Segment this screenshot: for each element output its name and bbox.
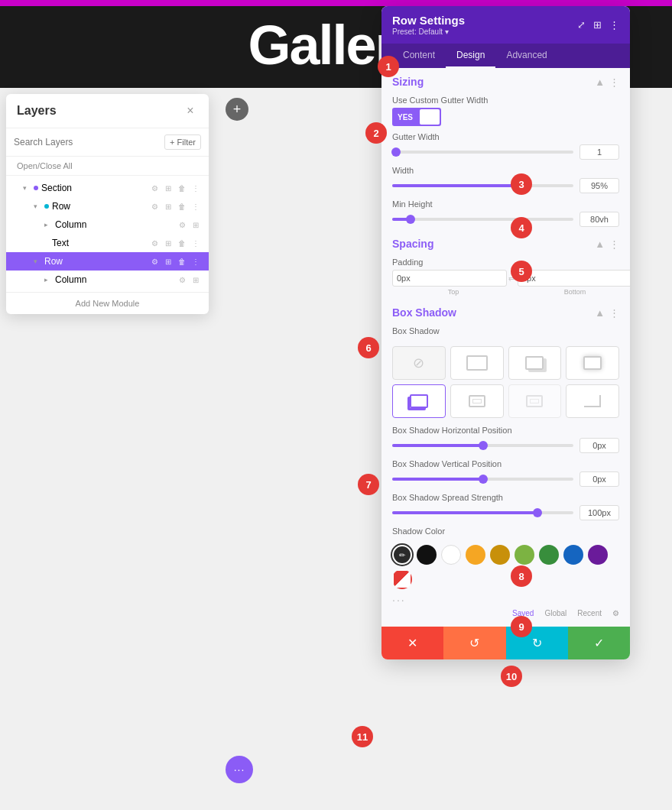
cancel-button[interactable]: ✕ xyxy=(381,627,443,659)
delete-icon[interactable]: 🗑 xyxy=(177,183,187,193)
layer-item-text[interactable]: Text ⚙ ⊞ 🗑 ⋮ xyxy=(6,234,209,252)
gutter-width-value[interactable]: 1 xyxy=(579,144,619,160)
bs-none-option[interactable]: ⊘ xyxy=(392,346,446,380)
bs-spread-slider[interactable] xyxy=(392,511,573,514)
more-icon[interactable]: ⋮ xyxy=(609,19,619,31)
bs-vertical-slider[interactable] xyxy=(392,478,573,481)
tab-advanced[interactable]: Advanced xyxy=(495,44,557,68)
min-height-value[interactable]: 80vh xyxy=(579,212,619,227)
color-swatch-white[interactable] xyxy=(441,545,461,565)
layers-filter-button[interactable]: + Filter xyxy=(164,134,201,150)
collapse-icon[interactable]: ▲ xyxy=(595,307,605,319)
slider-thumb[interactable] xyxy=(479,475,488,484)
more-options-button[interactable]: ··· xyxy=(226,756,253,783)
custom-gutter-toggle[interactable]: YES xyxy=(392,108,441,126)
bs-vertical-label: Box Shadow Vertical Position xyxy=(392,459,619,468)
row-settings-header-icons: ⤢ ⊞ ⋮ xyxy=(577,19,619,31)
gutter-width-slider[interactable] xyxy=(392,151,573,154)
settings-icon[interactable]: ⚙ xyxy=(149,201,160,212)
bs-inner2-option[interactable] xyxy=(508,384,562,418)
color-swatch-black[interactable] xyxy=(417,545,437,565)
min-height-label: Min Height xyxy=(392,199,619,209)
add-button[interactable]: + xyxy=(226,98,248,121)
tab-design[interactable]: Design xyxy=(446,44,495,68)
layers-search-input[interactable] xyxy=(14,137,160,147)
bs-spread-value[interactable]: 100px xyxy=(579,505,619,520)
fullscreen-icon[interactable]: ⤢ xyxy=(577,19,586,31)
section-more-icon[interactable]: ⋮ xyxy=(609,76,619,88)
toggle-handle[interactable] xyxy=(420,109,440,125)
bs-vertical-value[interactable]: 0px xyxy=(579,471,619,487)
undo-button[interactable]: ↺ xyxy=(443,627,505,659)
padding-bottom-input[interactable] xyxy=(518,270,630,287)
settings-icon[interactable]: ⚙ xyxy=(149,256,160,267)
bs-horizontal-value[interactable]: 0px xyxy=(579,438,619,453)
color-swatch-red[interactable] xyxy=(392,569,412,589)
copy-icon[interactable]: ⊞ xyxy=(163,183,174,193)
layer-icons: ⚙ ⊞ 🗑 ⋮ xyxy=(149,256,201,267)
color-picker-swatch[interactable]: ✏ xyxy=(392,545,412,565)
layer-item-row-1[interactable]: ▾ Row ⚙ ⊞ 🗑 ⋮ xyxy=(6,197,209,215)
color-swatch-orange[interactable] xyxy=(466,545,485,565)
copy-icon[interactable]: ⊞ xyxy=(190,274,201,285)
layer-item-row-2[interactable]: ▾ Row ⚙ ⊞ 🗑 ⋮ xyxy=(6,252,209,271)
min-height-slider[interactable] xyxy=(392,218,573,221)
layers-open-close[interactable]: Open/Close All xyxy=(6,157,209,176)
slider-thumb[interactable] xyxy=(406,215,415,224)
split-icon[interactable]: ⊞ xyxy=(593,19,602,31)
layer-item-section[interactable]: ▾ Section ⚙ ⊞ 🗑 ⋮ xyxy=(6,179,209,197)
badge-8: 8 xyxy=(511,565,532,587)
collapse-icon[interactable]: ▲ xyxy=(595,76,605,88)
bs-selected-option[interactable] xyxy=(392,384,446,418)
layer-item-column-2[interactable]: ▸ Column ⚙ ⊞ xyxy=(6,271,209,289)
delete-icon[interactable]: 🗑 xyxy=(177,256,187,267)
bs-horizontal-slider[interactable] xyxy=(392,444,573,447)
tab-content[interactable]: Content xyxy=(392,44,446,68)
width-slider[interactable] xyxy=(392,184,573,187)
save-button[interactable]: ✓ xyxy=(568,627,630,659)
copy-icon[interactable]: ⊞ xyxy=(163,201,174,212)
more-icon[interactable]: ⋮ xyxy=(190,238,201,248)
gutter-width-slider-row: 1 xyxy=(392,144,619,160)
recent-label[interactable]: Recent xyxy=(577,609,602,617)
slider-fill xyxy=(392,511,537,514)
copy-icon[interactable]: ⊞ xyxy=(190,219,201,230)
section-more-icon[interactable]: ⋮ xyxy=(609,307,619,319)
copy-icon[interactable]: ⊞ xyxy=(163,256,174,267)
layers-close-button[interactable]: × xyxy=(183,103,198,118)
bs-inner-option[interactable] xyxy=(450,384,504,418)
global-label[interactable]: Global xyxy=(544,609,566,617)
collapse-icon[interactable]: ▲ xyxy=(595,238,605,250)
width-value[interactable]: 95% xyxy=(579,178,619,193)
bs-shadow-right-option[interactable] xyxy=(508,346,562,380)
section-more-icon[interactable]: ⋮ xyxy=(609,238,619,250)
gear-icon[interactable]: ⚙ xyxy=(612,609,619,617)
settings-icon[interactable]: ⚙ xyxy=(177,274,187,285)
color-swatch-gold[interactable] xyxy=(490,545,510,565)
slider-thumb[interactable] xyxy=(479,441,488,450)
color-swatch-purple[interactable] xyxy=(588,545,608,565)
more-icon[interactable]: ⋮ xyxy=(190,201,201,212)
bs-selected xyxy=(410,394,428,408)
settings-icon[interactable]: ⚙ xyxy=(149,238,160,248)
delete-icon[interactable]: 🗑 xyxy=(177,238,187,248)
bs-plain-option[interactable] xyxy=(450,346,504,380)
color-swatch-green[interactable] xyxy=(539,545,559,565)
color-swatch-blue[interactable] xyxy=(563,545,583,565)
copy-icon[interactable]: ⊞ xyxy=(163,238,174,248)
bs-corner-option[interactable] xyxy=(566,384,619,418)
layer-item-column-1[interactable]: ▸ Column ⚙ ⊞ xyxy=(6,215,209,234)
row-settings-preset[interactable]: Preset: Default ▾ xyxy=(392,28,465,36)
more-colors-dots[interactable]: ··· xyxy=(392,594,406,606)
more-icon[interactable]: ⋮ xyxy=(190,183,201,193)
padding-top-input[interactable] xyxy=(392,270,507,287)
delete-icon[interactable]: 🗑 xyxy=(177,201,187,212)
settings-icon[interactable]: ⚙ xyxy=(177,219,187,230)
slider-thumb[interactable] xyxy=(533,508,542,517)
bs-shadow-all-option[interactable] xyxy=(566,346,619,380)
color-swatch-light-green[interactable] xyxy=(515,545,534,565)
slider-thumb[interactable] xyxy=(391,147,401,157)
settings-icon[interactable]: ⚙ xyxy=(149,183,160,193)
add-new-module-button[interactable]: Add New Module xyxy=(6,292,209,314)
more-icon[interactable]: ⋮ xyxy=(190,256,201,267)
